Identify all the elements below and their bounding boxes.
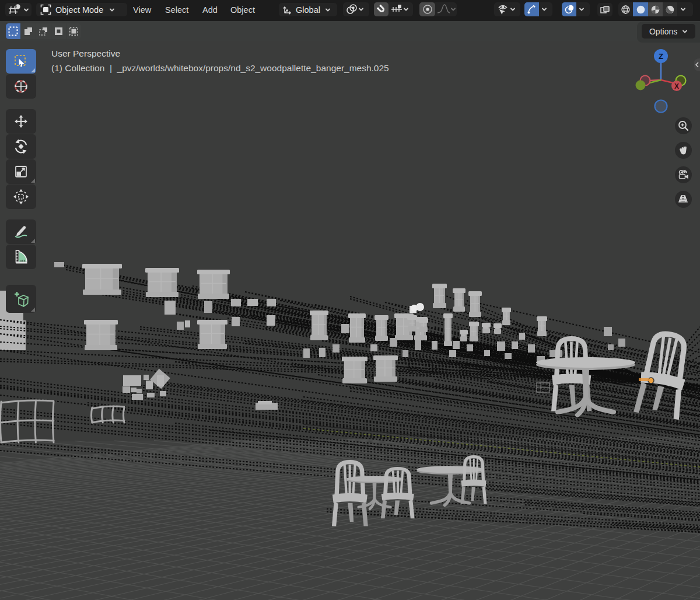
svg-text:Z: Z <box>659 52 663 61</box>
svg-text:X: X <box>674 82 679 90</box>
